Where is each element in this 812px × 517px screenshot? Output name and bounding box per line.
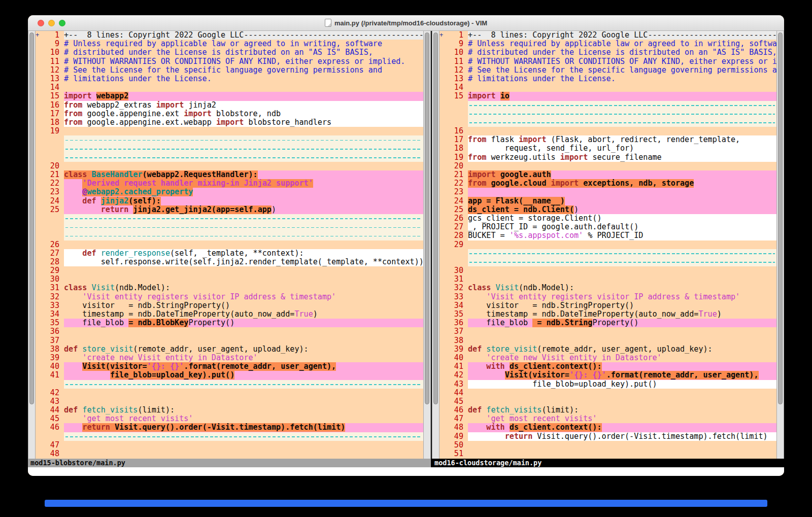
code-line: 29 — [36, 266, 423, 275]
fold-column — [36, 205, 42, 214]
code-text: BUCKET = '%s.appspot.com' % PROJECT_ID — [468, 231, 776, 240]
scrollbar-thumb[interactable] — [425, 32, 429, 404]
zoom-button[interactable] — [59, 20, 65, 26]
code-text — [64, 135, 423, 144]
code-text: file_blob = ndb.BlobKeyProperty() — [64, 319, 423, 327]
fold-column — [439, 179, 446, 188]
code-line: 41 with ds_client.context(): — [439, 362, 776, 371]
code-line: 42 Visit(visitor='{}: {}'.format(remote_… — [439, 371, 776, 380]
fold-column — [439, 301, 446, 310]
scrollbar-left-pane-left[interactable] — [28, 31, 36, 459]
fold-column — [36, 83, 42, 92]
vimdiff-area: +1+-- 8 lines: Copyright 2022 Google LLC… — [28, 31, 784, 459]
line-number: 45 — [446, 397, 468, 406]
code-text: file_blob=upload_key).put() — [468, 380, 776, 389]
titlebar[interactable]: main.py (/private/tmp/mod16-cloudstorage… — [28, 15, 784, 31]
fold-column — [36, 371, 42, 380]
fold-column — [439, 249, 446, 258]
code-text: from flask import (Flask, abort, redirec… — [468, 135, 776, 144]
minimize-button[interactable] — [48, 20, 55, 26]
scrollbar-thumb[interactable] — [778, 32, 783, 404]
code-line: 16from webapp2_extras import jinja2 — [36, 101, 423, 110]
line-number: 23 — [42, 188, 64, 196]
code-text: Visit(visitor='{}: {}'.format(remote_add… — [64, 362, 423, 371]
line-number: 11 — [42, 57, 64, 66]
editor-pane-right[interactable]: +1+-- 8 lines: Copyright 2022 Google LLC… — [439, 31, 776, 459]
fold-column — [439, 450, 446, 458]
fold-column — [439, 135, 446, 144]
diff-filler-row — [36, 432, 423, 441]
line-number: 48 — [446, 423, 468, 432]
scrollbar-right-pane-left[interactable] — [432, 31, 439, 459]
code-line: 15import webapp2 — [36, 92, 423, 100]
command-line[interactable] — [28, 467, 784, 476]
line-number: 28 — [42, 258, 64, 266]
scrollbar-thumb[interactable] — [433, 32, 438, 404]
code-line: 20 — [439, 162, 776, 170]
fold-column — [439, 144, 446, 153]
fold-column — [36, 293, 42, 301]
code-text: 'get most recent visits' — [64, 415, 423, 423]
code-text: _, PROJECT_ID = google.auth.default() — [468, 223, 776, 231]
line-number: 10 — [446, 48, 468, 57]
code-line: 49 return Visit.query().order(-Visit.tim… — [439, 432, 776, 441]
line-number: 16 — [42, 101, 64, 110]
line-number: 44 — [446, 389, 468, 397]
code-line: 35 timestamp = ndb.DateTimeProperty(auto… — [439, 310, 776, 319]
fold-column — [439, 205, 446, 214]
code-line: 14 — [36, 83, 423, 92]
fold-column — [36, 179, 42, 188]
fold-column — [36, 258, 42, 266]
line-number: 12 — [446, 66, 468, 75]
fold-expand-icon[interactable]: + — [36, 31, 42, 40]
line-number: 33 — [446, 293, 468, 301]
line-number: 1 — [446, 31, 468, 40]
code-line: 11# WITHOUT WARRANTIES OR CONDITIONS OF … — [36, 57, 423, 66]
line-number: 39 — [446, 345, 468, 354]
line-number: 32 — [446, 284, 468, 292]
fold-column — [36, 66, 42, 75]
editor-pane-left[interactable]: +1+-- 8 lines: Copyright 2022 Google LLC… — [36, 31, 423, 459]
code-text: # Unless required by applicable law or a… — [468, 40, 776, 48]
scrollbar-left-pane-right[interactable] — [423, 31, 431, 459]
code-text — [64, 214, 423, 223]
window-title: main.py (/private/tmp/mod16-cloudstorage… — [325, 19, 487, 27]
code-line: 28BUCKET = '%s.appspot.com' % PROJECT_ID — [439, 231, 776, 240]
fold-column — [439, 423, 446, 432]
scrollbar-right-pane-right[interactable] — [776, 31, 784, 459]
code-text — [468, 327, 776, 336]
fold-column — [36, 101, 42, 110]
fold-expand-icon[interactable]: + — [439, 31, 446, 40]
code-text — [468, 441, 776, 450]
line-number: 51 — [446, 450, 468, 458]
code-text — [64, 266, 423, 275]
code-line: 41 file_blob=upload_key).put() — [36, 371, 423, 380]
line-number: 13 — [42, 75, 64, 83]
code-text: self.response.write(self.jinja2.render_t… — [64, 258, 423, 266]
close-button[interactable] — [38, 20, 44, 26]
code-text — [64, 450, 423, 458]
diff-filler-row — [36, 144, 423, 153]
line-number: 43 — [446, 380, 468, 389]
diff-filler-row — [36, 153, 423, 162]
code-text — [64, 144, 423, 153]
fold-column — [439, 92, 446, 100]
code-text: 'Visit entity registers visitor IP addre… — [468, 293, 776, 301]
code-line: 21import google.auth — [439, 170, 776, 179]
fold-column — [36, 319, 42, 327]
line-number: 20 — [42, 162, 64, 170]
fold-column — [36, 48, 42, 57]
fold-column — [439, 223, 446, 231]
code-text: class Visit(ndb.Model): — [64, 284, 423, 292]
code-text: # WITHOUT WARRANTIES OR CONDITIONS OF AN… — [468, 57, 776, 66]
code-text — [468, 275, 776, 284]
fold-column — [36, 362, 42, 371]
code-text: return Visit.query().order(-Visit.timest… — [468, 432, 776, 441]
code-text — [64, 153, 423, 162]
code-line: 28 self.response.write(self.jinja2.rende… — [36, 258, 423, 266]
scrollbar-thumb[interactable] — [29, 32, 34, 404]
code-text — [468, 110, 776, 118]
line-number: 36 — [446, 319, 468, 327]
fold-column — [439, 441, 446, 450]
code-line: 24app = Flask(__name__) — [439, 197, 776, 205]
